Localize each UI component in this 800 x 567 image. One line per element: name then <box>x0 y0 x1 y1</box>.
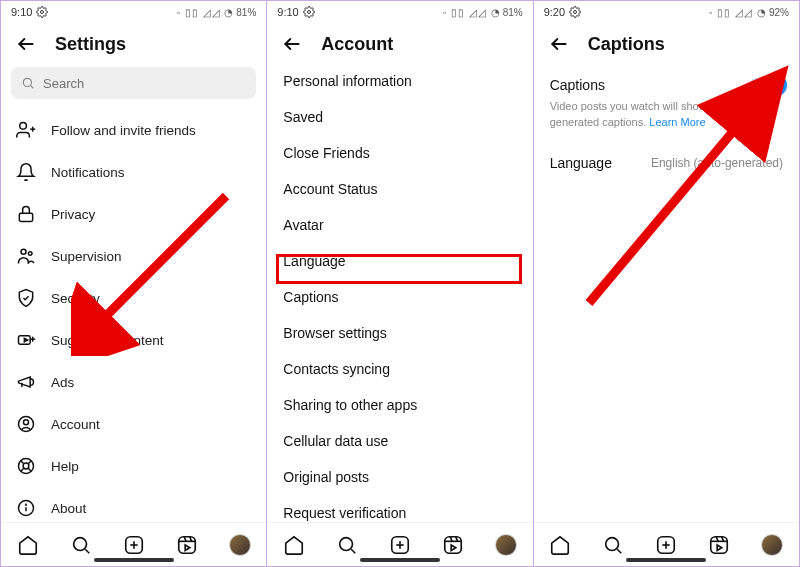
menu-about[interactable]: About <box>1 487 266 522</box>
menu-cellular-data[interactable]: Cellular data use <box>267 423 532 459</box>
menu-avatar[interactable]: Avatar <box>267 207 532 243</box>
svg-marker-37 <box>185 545 190 551</box>
menu-suggested[interactable]: Suggested content <box>1 319 266 361</box>
language-row[interactable]: Language English (auto-generated) <box>534 145 799 181</box>
search-field[interactable] <box>43 76 246 91</box>
menu-security[interactable]: Security <box>1 277 266 319</box>
menu-label: Close Friends <box>283 145 369 161</box>
svg-point-14 <box>19 417 34 432</box>
user-plus-icon <box>15 119 37 141</box>
svg-point-52 <box>574 11 577 14</box>
menu-saved[interactable]: Saved <box>267 99 532 135</box>
menu-browser-settings[interactable]: Browser settings <box>267 315 532 351</box>
lock-icon <box>15 203 37 225</box>
info-icon <box>15 497 37 519</box>
help-icon <box>15 455 37 477</box>
svg-line-55 <box>618 549 622 553</box>
svg-point-24 <box>26 504 27 505</box>
menu-account-status[interactable]: Account Status <box>267 171 532 207</box>
menu-label: Sharing to other apps <box>283 397 417 413</box>
phone-panel-settings: 9:10 ◦ ▯▯ ◿◿ ◔ 81% Settings Follow and i… <box>0 0 267 567</box>
language-label: Language <box>550 155 612 171</box>
nav-reels[interactable] <box>175 533 199 557</box>
svg-point-2 <box>23 78 31 86</box>
svg-point-28 <box>73 537 86 550</box>
megaphone-icon <box>15 371 37 393</box>
menu-label: Captions <box>283 289 338 305</box>
supervision-icon <box>15 245 37 267</box>
menu-privacy[interactable]: Privacy <box>1 193 266 235</box>
menu-personal-information[interactable]: Personal information <box>267 63 532 99</box>
svg-marker-63 <box>718 545 723 551</box>
svg-rect-47 <box>445 536 462 553</box>
search-icon <box>21 76 35 90</box>
search-input[interactable] <box>11 67 256 99</box>
nav-profile[interactable] <box>494 533 518 557</box>
svg-point-4 <box>20 123 27 130</box>
nav-reels[interactable] <box>707 533 731 557</box>
menu-label: Browser settings <box>283 325 386 341</box>
nav-home[interactable] <box>282 533 306 557</box>
menu-ads[interactable]: Ads <box>1 361 266 403</box>
language-value: English (auto-generated) <box>651 156 783 170</box>
svg-rect-7 <box>19 213 32 221</box>
menu-label: Account Status <box>283 181 377 197</box>
learn-more-link[interactable]: Learn More <box>649 116 705 128</box>
status-bar: 9:10 ◦ ▯▯ ◿◿ ◔ 81% <box>267 1 532 23</box>
header: Settings <box>1 23 266 63</box>
menu-follow-invite[interactable]: Follow and invite friends <box>1 109 266 151</box>
menu-close-friends[interactable]: Close Friends <box>267 135 532 171</box>
back-button[interactable] <box>15 33 37 55</box>
nav-new-post[interactable] <box>388 533 412 557</box>
status-bar: 9:10 ◦ ▯▯ ◿◿ ◔ 81% <box>1 1 266 23</box>
menu-request-verification[interactable]: Request verification <box>267 495 532 522</box>
nav-profile[interactable] <box>760 533 784 557</box>
nav-reels[interactable] <box>441 533 465 557</box>
back-button[interactable] <box>548 33 570 55</box>
settings-menu: Follow and invite friends Notifications … <box>1 109 266 522</box>
home-indicator <box>360 558 440 562</box>
nav-new-post[interactable] <box>654 533 678 557</box>
toggle-knob-icon <box>765 74 787 96</box>
avatar-icon <box>495 534 517 556</box>
nav-search[interactable] <box>69 533 93 557</box>
menu-sharing-other-apps[interactable]: Sharing to other apps <box>267 387 532 423</box>
page-title: Captions <box>588 34 665 55</box>
menu-supervision[interactable]: Supervision <box>1 235 266 277</box>
phone-panel-account: 9:10 ◦ ▯▯ ◿◿ ◔ 81% Account Personal info… <box>267 0 532 567</box>
page-title: Settings <box>55 34 126 55</box>
svg-rect-59 <box>711 536 728 553</box>
clock: 9:20 <box>544 6 565 18</box>
svg-line-3 <box>31 86 34 89</box>
menu-contacts-syncing[interactable]: Contacts syncing <box>267 351 532 387</box>
nav-profile[interactable] <box>228 533 252 557</box>
svg-line-20 <box>21 469 24 472</box>
svg-point-0 <box>41 11 44 14</box>
nav-search[interactable] <box>601 533 625 557</box>
svg-line-18 <box>21 461 24 464</box>
menu-label: Follow and invite friends <box>51 123 196 138</box>
gear-icon <box>303 6 315 18</box>
nav-new-post[interactable] <box>122 533 146 557</box>
avatar-icon <box>761 534 783 556</box>
captions-toggle-row: Captions <box>534 63 799 99</box>
header: Captions <box>534 23 799 63</box>
home-indicator <box>626 558 706 562</box>
menu-notifications[interactable]: Notifications <box>1 151 266 193</box>
menu-label: Security <box>51 291 100 306</box>
status-icons: ◦ ▯▯ ◿◿ ◔ <box>443 7 501 18</box>
svg-point-8 <box>21 249 26 254</box>
menu-captions[interactable]: Captions <box>267 279 532 315</box>
captions-toggle[interactable] <box>749 78 783 92</box>
nav-home[interactable] <box>548 533 572 557</box>
back-button[interactable] <box>281 33 303 55</box>
page-title: Account <box>321 34 393 55</box>
menu-language[interactable]: Language <box>267 243 532 279</box>
menu-help[interactable]: Help <box>1 445 266 487</box>
menu-original-posts[interactable]: Original posts <box>267 459 532 495</box>
captions-label: Captions <box>550 77 605 93</box>
clock: 9:10 <box>11 6 32 18</box>
menu-account[interactable]: Account <box>1 403 266 445</box>
nav-search[interactable] <box>335 533 359 557</box>
nav-home[interactable] <box>16 533 40 557</box>
